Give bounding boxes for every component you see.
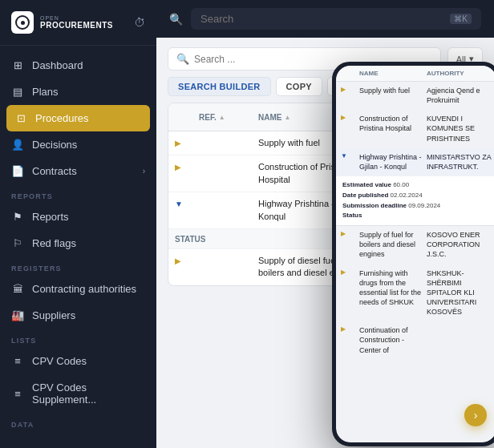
sidebar-item-label: CPV Codes xyxy=(32,355,87,367)
sidebar-item-contracting-authorities[interactable]: 🏛 Contracting authorities xyxy=(0,276,156,302)
mobile-row-arrow: ▶ xyxy=(341,86,357,93)
estimated-value-label: Estimated value xyxy=(342,181,391,188)
mobile-row-arrow: ▶ xyxy=(341,230,357,237)
logo-dot xyxy=(21,21,25,25)
clock-icon[interactable]: ⏱ xyxy=(134,16,145,29)
search-icon: 🔍 xyxy=(176,53,189,65)
content-area: 🔍 All ▾ SEARCH BUILDER COPY EXCEL REF. ▲ xyxy=(156,38,494,448)
sidebar-item-suppliers[interactable]: 🏭 Suppliers xyxy=(0,302,156,329)
col-header-arrow xyxy=(175,108,196,126)
col-header-ref[interactable]: REF. ▲ xyxy=(199,108,255,126)
mobile-row-arrow: ▶ xyxy=(341,268,357,276)
submission-deadline-label: Submission deadline xyxy=(342,202,407,209)
mobile-row-arrow: ▶ xyxy=(341,114,357,121)
mobile-cell-authority: Agjencia Qend e Prokruimit xyxy=(427,86,492,105)
red-flags-icon: ⚐ xyxy=(11,237,24,249)
sidebar-item-label: Red flags xyxy=(32,237,76,249)
date-published-label: Date published xyxy=(342,192,388,199)
sidebar-nav: ⊞ Dashboard ▤ Plans ⊡ Procedures 👤 Decis… xyxy=(0,46,156,448)
cpv-supplement-icon: ≡ xyxy=(11,388,24,400)
mobile-table-row[interactable]: ▶ Furnishing with drugs from the essenti… xyxy=(336,264,494,322)
sidebar-item-cpv-codes[interactable]: ≡ CPV Codes xyxy=(0,348,156,374)
mobile-row-arrow: ▶ xyxy=(341,325,357,333)
mobile-cell-name: Furnishing with drugs from the essential… xyxy=(359,268,424,308)
topbar-search-box[interactable]: ⌘K xyxy=(191,8,481,30)
submission-deadline: 09.09.2024 xyxy=(408,202,440,209)
row-expand-icon: ▶ xyxy=(175,161,196,172)
procedures-icon: ⊡ xyxy=(14,112,27,124)
row-expand-icon: ▼ xyxy=(175,198,196,208)
copy-button[interactable]: COPY xyxy=(276,77,322,96)
sidebar-item-label: Procedures xyxy=(35,112,88,124)
sidebar-item-cpv-codes-supplement[interactable]: ≡ CPV Codes Supplement... xyxy=(0,374,156,413)
mobile-cell-authority: KUVENDI I KOMUNES SE PRISHTINES xyxy=(427,114,492,143)
sidebar-item-label: Suppliers xyxy=(32,309,75,321)
authorities-icon: 🏛 xyxy=(11,283,24,295)
sidebar-item-label: Decisions xyxy=(32,139,77,151)
logo-text-bottom: PROCUREMENTS xyxy=(40,21,113,30)
status-label: Status xyxy=(175,235,206,244)
sidebar-item-reports[interactable]: ⚑ Reports xyxy=(0,204,156,230)
sidebar-item-red-flags[interactable]: ⚐ Red flags xyxy=(0,230,156,256)
mobile-col-name: NAME xyxy=(359,70,424,77)
date-published: 02.02.2024 xyxy=(391,192,423,199)
sidebar-item-label: Contracts xyxy=(32,165,77,177)
mobile-cell-name: Supply of fuel for boilers and diesel en… xyxy=(359,230,424,259)
search-builder-button[interactable]: SEARCH BUILDER xyxy=(168,77,271,96)
status-label-detail: Status xyxy=(342,212,362,219)
reports-section-label: REPORTS xyxy=(0,184,156,204)
logo-area: OPEN PROCUREMENTS ⏱ xyxy=(0,0,156,46)
logo: OPEN PROCUREMENTS xyxy=(11,11,113,34)
decisions-icon: 👤 xyxy=(11,139,24,151)
mobile-col-authority: AUTHORITY xyxy=(427,70,492,77)
mobile-cell-name: Continuation of Construction - Center of xyxy=(359,325,424,354)
sort-icon: ▲ xyxy=(219,114,225,121)
contracts-icon: 📄 xyxy=(11,165,24,177)
row-expand-icon: ▶ xyxy=(175,137,196,147)
mobile-cell-authority: SHKSHUK- SHËRBIMI SPITALOR KLI UNIVERSIT… xyxy=(427,268,492,317)
mobile-col-arrow xyxy=(341,70,357,77)
mobile-table-header: NAME AUTHORITY xyxy=(336,66,494,82)
sidebar-item-plans[interactable]: ▤ Plans xyxy=(0,79,156,105)
mobile-cell-authority: MINISTARSTVO ZA INFRASTRUKT. xyxy=(427,152,492,172)
estimated-value: 60.00 xyxy=(393,181,409,188)
lists-section-label: LISTS xyxy=(0,329,156,348)
mobile-table-row[interactable]: ▶ Continuation of Construction - Center … xyxy=(336,321,494,359)
mobile-table-row-expanded[interactable]: ▼ Highway Prishtina - Gjilan - Konqul MI… xyxy=(336,148,494,176)
sidebar-item-label: Dashboard xyxy=(32,59,83,71)
fab-icon: › xyxy=(474,409,478,422)
sidebar-item-label: Reports xyxy=(32,211,69,223)
logo-circle xyxy=(15,15,30,30)
sidebar-item-decisions[interactable]: 👤 Decisions xyxy=(0,131,156,158)
topbar-search-input[interactable] xyxy=(200,13,443,25)
sidebar-item-label: Plans xyxy=(32,86,59,98)
plans-icon: ▤ xyxy=(11,86,24,98)
sidebar-item-procedures[interactable]: ⊡ Procedures xyxy=(6,105,150,131)
keyboard-shortcut: ⌘K xyxy=(450,14,472,24)
mobile-table-row[interactable]: ▶ Supply of fuel for boilers and diesel … xyxy=(336,226,494,264)
mobile-device-overlay: NAME AUTHORITY ▶ Supply with fuel Agjenc… xyxy=(332,62,494,446)
sidebar: OPEN PROCUREMENTS ⏱ ⊞ Dashboard ▤ Plans … xyxy=(0,0,156,448)
mobile-cell-authority: KOSOVO ENER CORPORATION J.S.C. xyxy=(427,230,492,259)
logo-text: OPEN PROCUREMENTS xyxy=(40,15,113,30)
chevron-right-icon: › xyxy=(143,167,145,176)
logo-text-top: OPEN xyxy=(40,15,113,21)
cpv-icon: ≡ xyxy=(11,355,24,367)
reports-icon: ⚑ xyxy=(11,211,24,223)
sidebar-item-dashboard[interactable]: ⊞ Dashboard xyxy=(0,52,156,79)
mobile-cell-name: Supply with fuel xyxy=(359,86,424,95)
registers-section-label: REGISTERS xyxy=(0,256,156,276)
mobile-table-row[interactable]: ▶ Supply with fuel Agjencia Qend e Prokr… xyxy=(336,82,494,110)
row-expand-icon: ▶ xyxy=(175,255,196,265)
mobile-screen: NAME AUTHORITY ▶ Supply with fuel Agjenc… xyxy=(336,66,494,442)
mobile-cell-name: Highway Prishtina - Gjilan - Konqul xyxy=(359,152,424,172)
main-content: 🔍 ⌘K 🔍 All ▾ SEARCH BUILDER COPY EXCEL xyxy=(156,0,494,448)
sidebar-item-contracts[interactable]: 📄 Contracts › xyxy=(0,158,156,184)
dashboard-icon: ⊞ xyxy=(11,59,24,71)
mobile-fab-button[interactable]: › xyxy=(464,404,487,426)
topbar: 🔍 ⌘K xyxy=(156,0,494,38)
sidebar-item-label: Contracting authorities xyxy=(32,283,136,295)
mobile-table-row[interactable]: ▶ Construction of Pristina Hospital KUVE… xyxy=(336,110,494,147)
mobile-cell-name: Construction of Pristina Hospital xyxy=(359,114,424,133)
sort-icon: ▲ xyxy=(284,114,290,121)
